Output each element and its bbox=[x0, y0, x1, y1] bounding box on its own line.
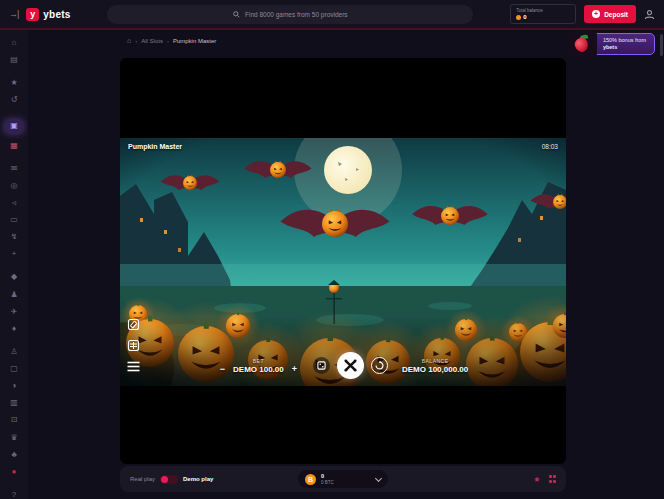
breadcrumb-current: Pumpkin Master bbox=[173, 38, 216, 44]
total-balance-box[interactable]: Total balance 0 bbox=[510, 4, 576, 24]
real-play-label: Real play bbox=[130, 476, 155, 482]
quick-bet-button[interactable] bbox=[313, 357, 330, 374]
history-icon: ↺ bbox=[11, 96, 18, 104]
favorites-icon: ★ bbox=[10, 79, 17, 87]
currency-select[interactable]: 0 0 BTC bbox=[298, 470, 388, 488]
paytable-icon bbox=[127, 339, 140, 352]
profile-icon: ♙ bbox=[10, 348, 17, 356]
game-title: Pumpkin Master bbox=[128, 143, 182, 150]
help-icon: ? bbox=[12, 491, 16, 499]
chevron-down-icon bbox=[375, 474, 382, 481]
game-timer: 08:03 bbox=[542, 143, 558, 150]
sidebar-item-hot[interactable]: ● bbox=[5, 468, 23, 476]
games-icon: ▥ bbox=[10, 399, 18, 407]
sidebar-item-add[interactable]: + bbox=[5, 250, 23, 258]
players-icon: ♟ bbox=[10, 291, 17, 299]
bonus-badge[interactable]: 150% bonus from ybets bbox=[568, 31, 655, 57]
search-input[interactable]: Find 8000 games from 50 providers bbox=[107, 5, 473, 24]
sidebar-item-slots[interactable]: ▣ bbox=[5, 120, 23, 133]
home-icon: ⌂ bbox=[12, 39, 17, 47]
favorite-star-icon[interactable] bbox=[533, 475, 540, 484]
sidebar-item-providers[interactable]: ▦ bbox=[5, 142, 23, 150]
game-balance-label: BALANCE bbox=[422, 358, 449, 364]
sidebar-item-home[interactable]: ⌂ bbox=[5, 39, 23, 47]
play-mode-toggle[interactable] bbox=[160, 475, 178, 484]
game-video: Pumpkin Master 08:03 bbox=[120, 138, 566, 386]
sidebar-item-games[interactable]: ▥ bbox=[5, 399, 23, 407]
sidebar-item-history[interactable]: ↺ bbox=[5, 96, 23, 104]
send-icon: ✈ bbox=[11, 308, 18, 316]
home-icon[interactable] bbox=[127, 37, 131, 44]
breadcrumb: All Slots Pumpkin Master bbox=[127, 37, 216, 44]
slots-icon: ▣ bbox=[10, 122, 18, 130]
tag-icon: ♦ bbox=[12, 325, 16, 333]
sidebar-item-send[interactable]: ✈ bbox=[5, 308, 23, 316]
game-footer-bar: Real play Demo play 0 0 BTC bbox=[120, 466, 566, 492]
scrollbar-thumb[interactable] bbox=[660, 34, 663, 56]
sidebar-item-players[interactable]: ♟ bbox=[5, 291, 23, 299]
sidebar-item-favorites[interactable]: ★ bbox=[5, 79, 23, 87]
sidebar-item-messages[interactable]: ✉ bbox=[5, 165, 23, 173]
ybets-logo-icon bbox=[26, 8, 39, 21]
currency-sub: 0 BTC bbox=[321, 480, 334, 485]
sidebar-item-dice[interactable]: ⊡ bbox=[5, 416, 23, 424]
currency-value: 0 bbox=[321, 474, 334, 479]
deposit-coin-icon bbox=[592, 10, 600, 18]
crown-icon: ♛ bbox=[10, 434, 17, 442]
dice-icon: ⊡ bbox=[11, 416, 18, 424]
bonus-line1: 150% bonus from bbox=[603, 37, 646, 43]
box-icon: ▢ bbox=[10, 365, 18, 373]
bet-decrease-button[interactable]: − bbox=[218, 365, 227, 374]
breadcrumb-all-slots[interactable]: All Slots bbox=[141, 38, 163, 44]
bet-increase-button[interactable]: + bbox=[290, 365, 299, 374]
sidebar-item-box[interactable]: ▢ bbox=[5, 365, 23, 373]
fullscreen-icon[interactable] bbox=[549, 475, 557, 483]
app: ybets Find 8000 games from 50 providers … bbox=[0, 0, 664, 499]
sidebar-item-tag[interactable]: ♦ bbox=[5, 325, 23, 333]
sidebar-item-share[interactable]: ◃ bbox=[5, 199, 23, 207]
game-artwork bbox=[120, 138, 566, 386]
shield-icon: ◆ bbox=[11, 273, 17, 281]
crossed-bones-icon bbox=[343, 358, 358, 373]
deposit-label: Deposit bbox=[604, 11, 628, 18]
sidebar-item-globe[interactable]: ◎ bbox=[5, 182, 23, 190]
club-icon: ♣ bbox=[11, 451, 16, 459]
profile-icon[interactable] bbox=[644, 9, 655, 20]
game-balance-value: DEMO 100,000.00 bbox=[402, 365, 468, 374]
bet-label: BET bbox=[253, 358, 264, 364]
share-icon: ◃ bbox=[12, 199, 16, 207]
sidebar-item-help[interactable]: ? bbox=[5, 491, 23, 499]
game-frame: Pumpkin Master 08:03 bbox=[120, 58, 566, 464]
sidebar-item-bolt[interactable]: ↯ bbox=[5, 233, 23, 241]
spin-buttons bbox=[313, 352, 388, 379]
sidebar: ⌂▤★↺▣▦✉◎◃▭↯+◆♟✈♦♙▢◑▥⊡♛♣●? bbox=[0, 30, 28, 499]
providers-icon: ▦ bbox=[10, 142, 18, 150]
paytable-button[interactable] bbox=[127, 339, 140, 352]
footer-right-icons bbox=[533, 475, 556, 484]
sidebar-item-time[interactable]: ◑ bbox=[5, 382, 23, 390]
rotate-device-button[interactable] bbox=[127, 318, 140, 331]
autoplay-button[interactable] bbox=[371, 357, 388, 374]
sidebar-item-library[interactable]: ▤ bbox=[5, 56, 23, 64]
payments-icon: ▭ bbox=[10, 216, 18, 224]
game-controls: BET − DEMO 100.00 + bbox=[120, 352, 566, 379]
total-balance-label: Total balance bbox=[516, 8, 570, 13]
bet-value: DEMO 100.00 bbox=[233, 365, 284, 374]
ybets-logo[interactable]: ybets bbox=[26, 8, 70, 21]
dice-icon bbox=[317, 361, 326, 370]
ybets-logo-text: ybets bbox=[43, 9, 70, 20]
coin-icon bbox=[516, 15, 521, 20]
bolt-icon: ↯ bbox=[11, 233, 18, 241]
sidebar-collapse-icon[interactable] bbox=[9, 9, 18, 19]
sidebar-item-profile[interactable]: ♙ bbox=[5, 348, 23, 356]
sidebar-item-club[interactable]: ♣ bbox=[5, 451, 23, 459]
sidebar-item-payments[interactable]: ▭ bbox=[5, 216, 23, 224]
sidebar-item-shield[interactable]: ◆ bbox=[5, 273, 23, 281]
rotate-device-icon bbox=[127, 318, 140, 331]
deposit-button[interactable]: Deposit bbox=[584, 5, 636, 23]
sidebar-item-crown[interactable]: ♛ bbox=[5, 434, 23, 442]
hot-icon: ● bbox=[12, 468, 17, 476]
bitcoin-icon bbox=[305, 474, 316, 485]
bonus-strawberry-image bbox=[568, 31, 597, 57]
spin-button[interactable] bbox=[337, 352, 364, 379]
